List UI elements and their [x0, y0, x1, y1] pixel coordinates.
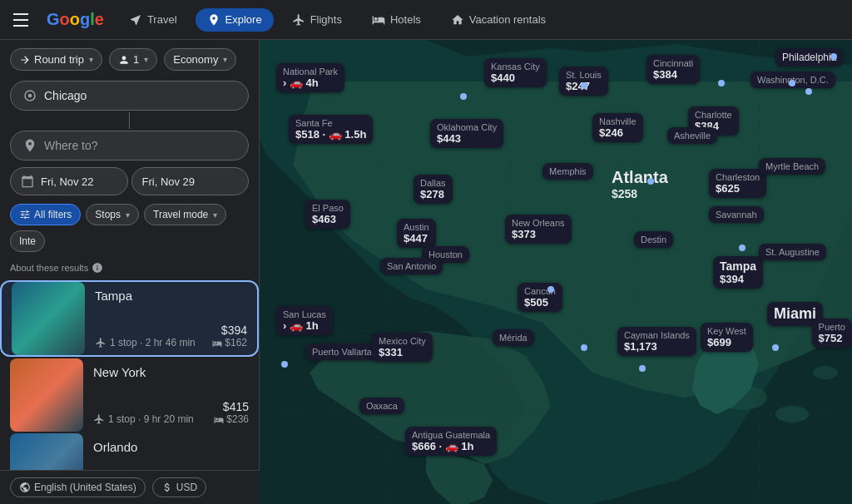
map-label-myrtle-beach[interactable]: Myrtle Beach — [759, 158, 825, 175]
map-label-el-paso[interactable]: El Paso $463 — [305, 200, 350, 229]
all-filters-btn[interactable]: All filters — [10, 204, 81, 225]
travel-mode-label: Travel mode — [153, 209, 208, 220]
card-stops-1: 1 stop · 9 hr 20 min — [108, 413, 194, 425]
map-dot-13 — [772, 344, 779, 351]
map-label-memphis[interactable]: Memphis — [542, 163, 593, 180]
tab-flights[interactable]: Flights — [280, 8, 354, 32]
currency-button[interactable]: USD — [152, 477, 206, 497]
map-label-nashville[interactable]: Nashville $246 — [592, 113, 643, 142]
map-background: National Park › 🚗 4h Kansas City $440 St… — [260, 40, 852, 504]
result-card-new-york[interactable]: New York 1 stop · 9 hr 20 min $415 $236 — [0, 358, 259, 432]
card-image-0 — [12, 282, 85, 355]
map-label-asheville[interactable]: Asheville — [667, 127, 717, 144]
card-hotel-price-1: $236 — [214, 413, 249, 425]
card-info-0: Tampa 1 stop · 2 hr 46 min — [85, 282, 206, 355]
trip-type-chevron: ▾ — [89, 55, 93, 64]
tab-hotels[interactable]: Hotels — [360, 8, 433, 32]
map-label-mexico-city[interactable]: Mexico City $331 — [372, 333, 433, 362]
map-label-san-antonio[interactable]: San Antonio — [380, 258, 443, 274]
route-inputs — [0, 77, 259, 164]
end-date-input[interactable]: Fri, Nov 29 — [131, 167, 250, 195]
tab-travel-label: Travel — [147, 13, 177, 26]
filter-row: All filters Stops ▾ Travel mode ▾ Inte — [0, 199, 259, 257]
card-right-1: $415 $236 — [207, 358, 249, 432]
passengers-selector[interactable]: 1 ▾ — [109, 48, 157, 71]
start-date-label: Fri, Nov 22 — [41, 175, 94, 188]
cabin-selector[interactable]: Economy ▾ — [164, 48, 236, 71]
top-nav: Google Travel Explore Flights Hotels Vac… — [0, 0, 852, 40]
map-label-puerto-vallarta[interactable]: Puerto Vallarta — [305, 343, 379, 360]
tab-flights-label: Flights — [310, 13, 342, 26]
map-dot-6 — [805, 88, 812, 95]
card-hotel-price-0: $162 — [212, 337, 247, 348]
trip-type-selector[interactable]: Round trip ▾ — [10, 48, 102, 71]
svg-point-5 — [813, 366, 838, 379]
map-label-key-west[interactable]: Key West $699 — [701, 323, 753, 352]
card-city-0: Tampa — [95, 289, 206, 303]
inte-btn[interactable]: Inte — [10, 230, 45, 252]
map-label-san-lucas[interactable]: San Lucas › 🚗 1h — [276, 306, 333, 335]
map-label-atlanta[interactable]: Atlanta $258 — [605, 165, 675, 204]
map-label-kansas-city[interactable]: Kansas City $440 — [484, 58, 547, 87]
end-date-label: Fri, Nov 29 — [142, 175, 196, 188]
map-label-oaxaca[interactable]: Oaxaca — [359, 398, 404, 414]
map-label-new-orleans[interactable]: New Orleans $373 — [505, 215, 572, 244]
map-dot-7 — [647, 178, 654, 185]
all-filters-label: All filters — [34, 209, 72, 220]
tab-explore[interactable]: Explore — [196, 8, 274, 32]
tab-vacation[interactable]: Vacation rentals — [439, 8, 557, 32]
search-panel: Round trip ▾ 1 ▾ Economy ▾ Fri, Nov 22 — [0, 40, 260, 504]
trip-type-label: Round trip — [34, 53, 84, 66]
tab-travel[interactable]: Travel — [117, 8, 189, 32]
map-area: National Park › 🚗 4h Kansas City $440 St… — [260, 40, 852, 504]
map-dot-4 — [789, 80, 795, 86]
destination-input-box[interactable] — [10, 131, 249, 161]
map-label-st-louis[interactable]: St. Louis $247 — [559, 67, 608, 96]
map-label-austin[interactable]: Austin $447 — [397, 219, 436, 248]
map-label-dallas[interactable]: Dallas $278 — [414, 175, 453, 204]
map-label-cancun[interactable]: Cancún $505 — [518, 283, 562, 312]
bottom-bar: English (United States) USD — [0, 470, 260, 504]
start-date-input[interactable]: Fri, Nov 22 — [10, 167, 128, 195]
map-label-cincinnati[interactable]: Cincinnati $384 — [646, 55, 700, 84]
tab-vacation-label: Vacation rentals — [469, 13, 546, 26]
stops-label: Stops — [95, 209, 121, 220]
result-card-tampa[interactable]: Tampa 1 stop · 2 hr 46 min $394 $162 — [0, 280, 259, 357]
map-label-puerto-rico[interactable]: Puerto $752 — [812, 319, 852, 348]
travel-mode-btn[interactable]: Travel mode ▾ — [144, 204, 226, 225]
map-label-tampa[interactable]: Tampa $394 — [713, 256, 763, 289]
map-label-merida[interactable]: Mérida — [493, 329, 534, 346]
tab-hotels-label: Hotels — [390, 13, 421, 26]
map-label-cayman-islands[interactable]: Cayman Islands $1,173 — [617, 327, 696, 356]
cabin-label: Economy — [173, 53, 218, 66]
currency-label: USD — [176, 482, 197, 493]
map-label-national-park[interactable]: National Park › 🚗 4h — [276, 63, 344, 92]
language-label: English (United States) — [34, 482, 136, 493]
map-dot-9 — [547, 286, 554, 293]
stops-btn[interactable]: Stops ▾ — [86, 204, 139, 225]
card-city-1: New York — [93, 365, 207, 379]
passengers-label: 1 — [133, 53, 139, 66]
map-label-destin[interactable]: Destin — [634, 231, 673, 248]
map-dot-2 — [581, 82, 587, 89]
origin-input-box[interactable] — [10, 81, 249, 111]
map-dot-1 — [460, 93, 467, 100]
language-button[interactable]: English (United States) — [10, 477, 146, 497]
passengers-chevron: ▾ — [144, 55, 148, 64]
map-label-st-augustine[interactable]: St. Augustine — [759, 244, 826, 260]
map-svg — [260, 40, 852, 504]
origin-input[interactable] — [44, 89, 236, 102]
destination-input[interactable] — [44, 139, 236, 152]
card-image-1 — [10, 358, 83, 432]
map-label-antigua-guatemala[interactable]: Antigua Guatemala $666 · 🚗 1h — [405, 427, 497, 456]
map-label-savannah[interactable]: Savannah — [709, 206, 764, 223]
menu-icon[interactable] — [13, 10, 33, 30]
tab-explore-label: Explore — [225, 13, 262, 26]
svg-point-1 — [28, 94, 32, 98]
card-stops-0: 1 stop · 2 hr 46 min — [110, 337, 196, 348]
map-label-oklahoma-city[interactable]: Oklahoma City $443 — [430, 119, 503, 148]
map-label-santa-fe[interactable]: Santa Fe $518 · 🚗 1.5h — [289, 115, 373, 144]
map-label-charleston[interactable]: Charleston $625 — [709, 169, 766, 198]
card-flight-price-1: $415 — [223, 400, 249, 413]
map-dot-11 — [581, 344, 587, 351]
